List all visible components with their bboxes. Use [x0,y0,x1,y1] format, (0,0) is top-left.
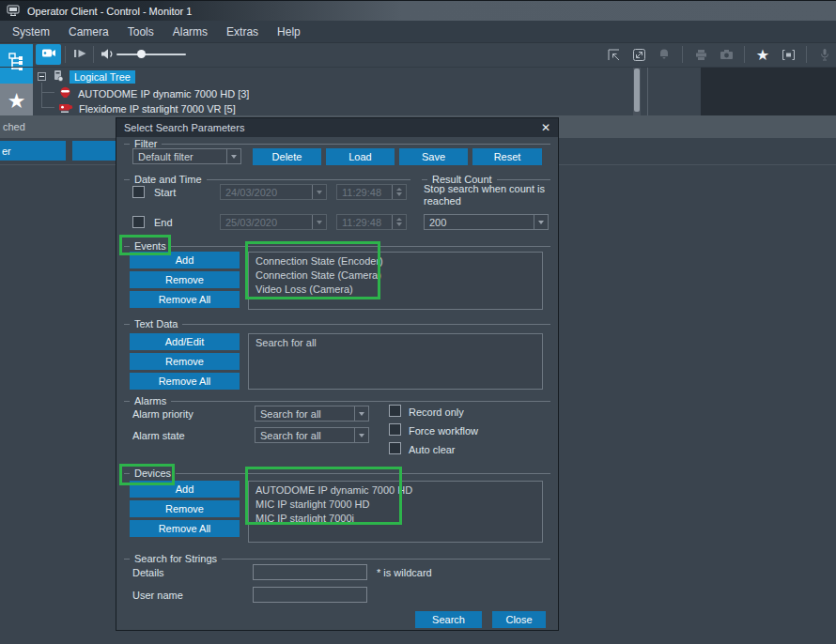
username-label: User name [132,590,183,601]
collapse-icon[interactable] [38,72,46,81]
text-data-list[interactable]: Search for all [248,333,543,390]
sidebar-tab-logical-tree[interactable] [0,44,33,84]
chevron-down-icon[interactable] [354,406,368,421]
toolbar-separator [744,46,745,63]
app-window: Operator Client - Control - Monitor 1 Sy… [0,0,836,644]
events-remove-button[interactable]: Remove [130,271,240,288]
camera-view-button[interactable] [36,44,61,65]
chevron-down-icon[interactable] [312,215,326,229]
devices-remove-button[interactable]: Remove [130,500,240,517]
tree-guide-line [41,92,54,93]
alarm-priority-label: Alarm priority [132,408,194,420]
tree-item-label: Flexidome IP starlight 7000 VR [5] [79,103,236,115]
start-date-select[interactable]: 24/03/2020 [220,184,327,200]
maximize-icon[interactable] [631,48,646,62]
volume-slider[interactable] [116,54,186,55]
devices-remove-all-button[interactable]: Remove All [130,520,240,537]
app-monitor-icon [6,5,21,17]
alarms-group-label: Alarms [134,395,166,406]
instant-playback-button[interactable] [70,46,89,63]
tree-root-row[interactable]: Logical Tree [38,69,135,84]
camera-icon [41,48,56,61]
image-pane-icon[interactable] [781,49,796,61]
server-icon [52,69,64,84]
start-time-spinner[interactable]: 11:29:48 [336,184,407,200]
text-data-group-label: Text Data [134,318,178,330]
tree-scrollbar-thumb[interactable] [634,69,640,112]
tree-root-label[interactable]: Logical Tree [70,70,135,84]
spinner-arrows-icon[interactable] [392,215,406,229]
menu-alarms[interactable]: Alarms [164,23,216,41]
close-button[interactable]: Close [492,611,546,628]
end-date-select[interactable]: 25/03/2020 [220,214,327,230]
dome-camera-icon [58,86,72,100]
end-checkbox[interactable] [132,216,145,228]
force-workflow-checkbox[interactable] [389,423,401,436]
tree-guide-line [41,83,42,108]
auto-clear-checkbox[interactable] [389,442,401,454]
chevron-down-icon[interactable] [226,149,240,163]
details-input[interactable] [253,564,367,580]
delete-button[interactable]: Delete [253,148,321,165]
menu-bar: System Camera Tools Alarms Extras Help [0,21,836,43]
menu-camera[interactable]: Camera [60,23,117,41]
dialog-title-bar: Select Search Parameters ✕ [116,118,558,137]
menu-system[interactable]: System [4,23,58,41]
start-label: Start [154,187,176,198]
tree-item-autodome[interactable]: AUTODOME IP dynamic 7000 HD [3] [58,86,249,100]
events-remove-all-button[interactable]: Remove All [130,291,240,308]
dialog-title: Select Search Parameters [124,122,244,133]
reset-button[interactable]: Reset [472,148,542,165]
load-button[interactable]: Load [326,148,395,165]
menu-extras[interactable]: Extras [218,23,267,41]
text-data-remove-button[interactable]: Remove [130,353,240,370]
search-button[interactable]: Search [415,611,482,628]
end-time-spinner[interactable]: 11:29:48 [336,214,407,230]
chevron-down-icon[interactable] [354,428,368,442]
username-input[interactable] [253,587,367,603]
filter-select-value: Default filter [138,151,194,162]
menu-tools[interactable]: Tools [119,23,163,41]
result-count-description: Stop search when count is reached [424,183,555,207]
partial-button[interactable]: er [0,141,66,161]
toolbar-separator [93,46,94,63]
list-item[interactable]: Search for all [255,336,535,350]
spinner-arrows-icon[interactable] [392,185,406,199]
panel-divider [647,68,648,115]
filter-select[interactable]: Default filter [132,148,241,164]
start-checkbox[interactable] [132,186,145,198]
chevron-down-icon[interactable] [534,215,548,229]
end-date-value: 25/03/2020 [225,217,277,228]
text-data-remove-all-button[interactable]: Remove All [130,373,240,390]
snapshot-icon[interactable] [719,49,734,60]
tree-item-flexidome[interactable]: Flexidome IP starlight 7000 VR [5] [58,102,236,115]
close-icon[interactable]: ✕ [541,121,550,134]
text-data-add-edit-button[interactable]: Add/Edit [130,333,240,350]
text-data-group-header: Text Data [124,318,550,330]
print-icon[interactable] [693,49,708,61]
star-icon[interactable]: ★ [755,46,770,64]
pane-arrow-icon[interactable] [606,48,621,62]
select-search-parameters-dialog: Select Search Parameters ✕ Filter Defaul… [116,117,559,631]
volume-slider-knob[interactable] [137,50,146,58]
alarm-state-select[interactable]: Search for all [255,427,369,443]
chevron-down-icon[interactable] [312,185,326,199]
volume-button[interactable] [98,46,116,63]
annotation-box-devices-label [119,464,175,485]
annotation-box-events-label [119,235,171,255]
record-only-checkbox[interactable] [389,405,401,417]
partial-button[interactable] [72,141,116,161]
result-count-select[interactable]: 200 [424,214,549,230]
menu-help[interactable]: Help [269,23,309,41]
end-time-value: 11:29:48 [342,217,381,228]
start-time-value: 11:29:48 [342,187,381,198]
alarm-priority-select[interactable]: Search for all [255,406,369,422]
sidebar-tab-favorites[interactable]: ★ [0,84,33,118]
annotation-box-devices-list [245,467,402,525]
alarm-bell-icon[interactable] [657,48,672,61]
title-bar: Operator Client - Control - Monitor 1 [0,0,836,21]
microphone-icon[interactable] [817,48,832,61]
save-button[interactable]: Save [399,148,468,165]
favorites-star-icon: ★ [8,89,26,114]
volume-icon [100,48,116,62]
